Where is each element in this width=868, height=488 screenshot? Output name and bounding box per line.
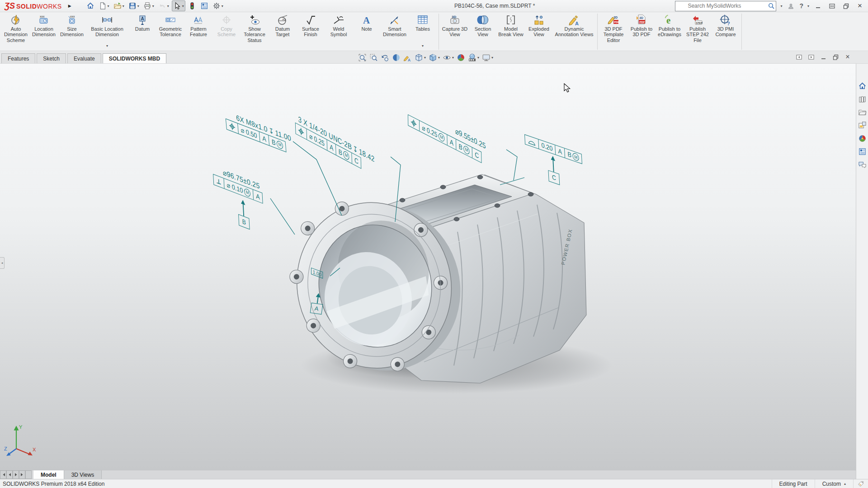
tab-model[interactable]: Model — [33, 470, 64, 479]
ribbon-button-basic-location-dimension[interactable]: Basic Location Dimension▾ — [86, 14, 128, 49]
minimize-button[interactable] — [812, 1, 823, 10]
resize-button[interactable] — [826, 1, 837, 10]
feature-tree-collapse-tab[interactable]: ◂ — [0, 257, 5, 269]
dropdown-caret-icon[interactable]: ▾ — [222, 4, 223, 8]
ribbon-button-smart-dimension[interactable]: Smart Dimension — [381, 14, 409, 49]
search-icon[interactable] — [768, 2, 776, 9]
ribbon-button-pattern-feature[interactable]: Pattern Feature — [184, 14, 212, 49]
tab-features[interactable]: Features — [1, 53, 35, 63]
home-pane-button[interactable] — [857, 81, 868, 91]
save-button[interactable]: ▾ — [127, 0, 141, 11]
dropdown-caret-icon[interactable]: ▾ — [424, 56, 426, 60]
dropdown-caret-icon[interactable]: ▾ — [438, 56, 440, 60]
home-button[interactable] — [85, 0, 96, 11]
dropdown-caret-icon[interactable]: ▾ — [108, 4, 109, 8]
new-document-button[interactable]: ▾ — [97, 0, 111, 11]
last-tab-button[interactable] — [19, 470, 25, 479]
tab-splitter-handle[interactable] — [25, 470, 32, 479]
ribbon-button-note[interactable]: ANote — [353, 14, 381, 49]
ribbon-button-dynamic-annotation-views[interactable]: ADynamic Annotation Views — [553, 14, 595, 49]
dropdown-caret-icon[interactable]: ▾ — [477, 56, 479, 60]
ribbon-button-capture-3d-view[interactable]: 3DCapture 3D View — [441, 14, 469, 49]
ribbon-button-datum-target[interactable]: A1Datum Target — [269, 14, 297, 49]
previous-tab-button[interactable] — [6, 470, 13, 479]
file-properties-button[interactable] — [199, 0, 210, 11]
ribbon-button-publish-step-242-file[interactable]: STEPPublish STEP 242 File — [684, 14, 712, 49]
ribbon-button-3d-pmi-compare[interactable]: ?3D PMI Compare — [712, 14, 740, 49]
tab-evaluate[interactable]: Evaluate — [67, 53, 101, 63]
doc-restore-button[interactable] — [831, 53, 840, 61]
ribbon-button-publish-to-3d-pdf[interactable]: 3DPDFPublish to 3D PDF — [627, 14, 656, 49]
edit-appearance-button[interactable] — [456, 53, 466, 62]
dropdown-caret-icon[interactable]: ▾ — [137, 4, 139, 8]
first-tab-button[interactable] — [0, 470, 6, 479]
ribbon-button-weld-symbol[interactable]: Weld Symbol — [325, 14, 353, 49]
doc-minimize-button[interactable] — [819, 53, 827, 61]
dropdown-caret-icon[interactable]: ▾ — [167, 4, 169, 8]
search-scope-caret[interactable]: ▾ — [780, 4, 782, 8]
dropdown-caret-icon[interactable]: ▾ — [452, 56, 454, 60]
dropdown-caret-icon[interactable]: ▾ — [106, 44, 108, 48]
ribbon-button-model-break-view[interactable]: Model Break View — [497, 14, 525, 49]
design-library-button[interactable] — [857, 94, 868, 104]
view-settings-button[interactable]: ▾ — [481, 53, 494, 62]
file-explorer-button[interactable] — [857, 107, 868, 117]
ribbon-button-show-tolerance-status[interactable]: Show Tolerance Status — [241, 14, 269, 49]
ribbon-button-exploded-view[interactable]: Exploded View — [525, 14, 553, 49]
custom-properties-button[interactable] — [857, 146, 868, 156]
view-orientation-button[interactable]: ▾ — [414, 53, 427, 62]
orientation-triad[interactable]: Y X Z — [4, 422, 40, 460]
zoom-to-fit-button[interactable] — [357, 53, 368, 62]
rebuild-button[interactable] — [187, 0, 198, 11]
previous-view-button[interactable] — [380, 53, 390, 62]
select-button[interactable]: ▾ — [172, 0, 185, 11]
solidworks-forum-button[interactable] — [857, 160, 868, 169]
collapse-left-pane-icon[interactable] — [795, 53, 803, 61]
ribbon-button-size-dimension[interactable]: xxxSize Dimension — [58, 14, 86, 49]
restore-button[interactable] — [840, 1, 851, 10]
open-document-button[interactable]: ▾ — [112, 0, 126, 11]
zoom-to-area-button[interactable] — [368, 53, 379, 62]
hide-show-items-button[interactable]: ▾ — [442, 53, 455, 62]
dropdown-caret-icon[interactable]: ▾ — [491, 56, 493, 60]
dropdown-caret-icon[interactable]: ▾ — [422, 44, 424, 48]
datum-feature-b[interactable]: B — [237, 198, 250, 230]
ribbon-button-section-view[interactable]: Section View — [469, 14, 497, 49]
tab-solidworks-mbd[interactable]: SOLIDWORKS MBD — [103, 53, 166, 63]
tab-3d-views[interactable]: 3D Views — [64, 470, 102, 479]
appearances-button[interactable] — [857, 133, 868, 143]
next-tab-button[interactable] — [13, 470, 19, 479]
ribbon-button-geometric-tolerance[interactable]: Geometric Tolerance — [156, 14, 184, 49]
print-button[interactable]: ▾ — [142, 0, 156, 11]
dropdown-caret-icon[interactable]: ▾ — [182, 4, 184, 8]
collapse-right-pane-icon[interactable] — [807, 53, 815, 61]
ribbon-button-auto-dimension-scheme[interactable]: Auto Dimension Scheme — [2, 14, 30, 49]
ribbon-button-datum[interactable]: ADatum — [128, 14, 156, 49]
dropdown-caret-icon[interactable]: ▾ — [123, 4, 124, 8]
options-button[interactable]: ▾ — [211, 0, 225, 11]
apply-scene-button[interactable]: ▾ — [467, 53, 480, 62]
search-box[interactable]: MySW — [675, 1, 776, 11]
ribbon-button-publish-to-edrawings[interactable]: ePublish to eDrawings — [656, 14, 684, 49]
dynamic-annotation-views-hud-button[interactable]: A — [402, 53, 413, 62]
search-input[interactable] — [686, 3, 768, 9]
tag-button[interactable] — [853, 479, 868, 488]
dropdown-caret-icon[interactable]: ▾ — [152, 4, 154, 8]
menu-flyout-arrow-icon[interactable]: ▶ — [68, 4, 71, 8]
help-button[interactable]: ? — [799, 2, 803, 9]
datum-feature-c[interactable]: C — [547, 154, 560, 185]
doc-close-button[interactable]: × — [844, 53, 852, 61]
help-caret[interactable]: ▾ — [807, 4, 809, 8]
ribbon-button-surface-finish[interactable]: Surface Finish — [297, 14, 325, 49]
login-icon[interactable] — [785, 1, 796, 10]
ribbon-button-location-dimension[interactable]: xxxLocation Dimension — [30, 14, 58, 49]
ribbon-button-tables[interactable]: Tables▾ — [409, 14, 437, 49]
close-button[interactable]: × — [854, 1, 865, 10]
tab-sketch[interactable]: Sketch — [37, 53, 66, 63]
ribbon-button-3d-pdf-template-editor[interactable]: 3DPDF3D PDF Template Editor — [599, 14, 627, 49]
section-view-hud-button[interactable] — [391, 53, 401, 62]
display-style-button[interactable]: ▾ — [428, 53, 441, 62]
graphics-viewport[interactable]: POWER BOX ◂ 6X M8x1.0↧11.00 ⌀ 0.50 A BM … — [0, 64, 856, 470]
units-selector[interactable]: Custom▴ — [815, 479, 853, 488]
view-palette-button[interactable] — [857, 120, 868, 130]
